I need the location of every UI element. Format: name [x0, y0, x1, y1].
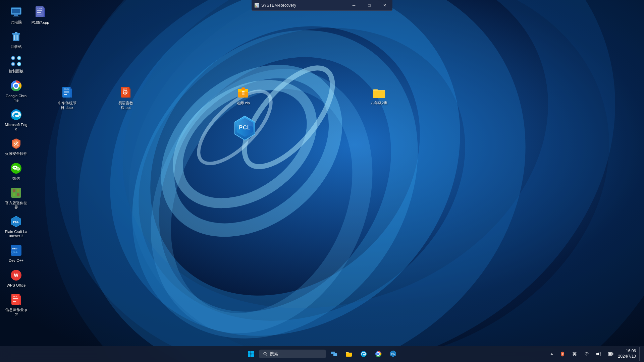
- svg-text:PDF: PDF: [13, 296, 17, 298]
- devcpp-label: Dev-C++: [9, 258, 23, 263]
- search-icon: [263, 352, 268, 356]
- svg-rect-72: [64, 91, 69, 92]
- desktop-icon-google-chrome[interactable]: Google Chrome: [3, 77, 29, 105]
- ppt-file-icon: PPT: [119, 86, 132, 99]
- svg-rect-66: [37, 12, 41, 13]
- desktop-icon-microsoft-edge[interactable]: Microsoft Edge: [3, 106, 29, 133]
- desktop-icon-minecraft[interactable]: 官方版迷你世界: [3, 184, 29, 212]
- taskbar-chrome-button[interactable]: [372, 347, 385, 361]
- svg-rect-17: [15, 32, 17, 34]
- folder-label: 八年级2班: [371, 101, 387, 105]
- system-tray: 火 英: [548, 347, 641, 361]
- antivirus-tray-icon[interactable]: 火: [558, 349, 567, 359]
- wifi-tray-icon[interactable]: [582, 349, 591, 359]
- search-placeholder: 搜索: [270, 351, 278, 357]
- svg-rect-116: [612, 354, 613, 355]
- svg-rect-64: [44, 8, 45, 17]
- language-indicator[interactable]: 英: [570, 349, 579, 359]
- docx-file-icon: DOCX: [60, 86, 74, 99]
- desktop-icon-control-panel[interactable]: 控制面板: [3, 52, 29, 75]
- show-desktop-button[interactable]: [639, 347, 641, 361]
- desktop-icon-zip[interactable]: 老师.zip: [230, 84, 257, 107]
- desktop-icon-360-security[interactable]: 火 火绒安全软件: [3, 135, 29, 158]
- desktop-icon-pdf[interactable]: PDF 信息课作业.pdf: [3, 291, 29, 318]
- window-title-area: 📊 SYSTEM-Recovery: [252, 3, 346, 8]
- desktop-icon-cpp[interactable]: CPP P1057.cpp: [27, 3, 54, 27]
- this-pc-icon: [9, 5, 23, 19]
- svg-marker-56: [19, 294, 21, 296]
- battery-tray-icon[interactable]: [606, 349, 615, 359]
- svg-marker-77: [129, 87, 130, 89]
- close-button[interactable]: ✕: [377, 0, 392, 11]
- pdf-label: 信息课作业.pdf: [5, 308, 28, 316]
- desktop-wallpaper: [0, 0, 644, 362]
- minecraft-icon: [9, 186, 23, 199]
- clock-display[interactable]: 16:06 2024/7/10: [618, 349, 636, 359]
- file-explorer-button[interactable]: [342, 347, 356, 361]
- desktop-icon-pcl-center[interactable]: PCL: [231, 114, 258, 146]
- desktop-icon-docx[interactable]: DOCX 中华传统节日.docx: [54, 84, 80, 112]
- desktop-icon-ppt[interactable]: PPT 易语言教程.ppt: [112, 84, 139, 112]
- svg-rect-67: [37, 14, 42, 14]
- svg-rect-12: [12, 9, 20, 13]
- wechat-label: 微信: [12, 176, 20, 181]
- date-text: 2024/7/10: [618, 354, 636, 359]
- desktop-icon-recycle-bin[interactable]: 回收站: [3, 28, 29, 51]
- svg-rect-57: [19, 296, 21, 305]
- svg-text:PPT: PPT: [123, 88, 127, 90]
- start-button[interactable]: [244, 347, 258, 361]
- svg-point-39: [17, 168, 18, 169]
- svg-rect-117: [608, 353, 611, 355]
- desktop-icon-folder[interactable]: 八年级2班: [366, 84, 392, 107]
- svg-text:PCL: PCL: [13, 220, 19, 224]
- volume-tray-icon[interactable]: [594, 349, 603, 359]
- docx-file-label: 中华传统节日.docx: [55, 101, 79, 110]
- svg-rect-74: [64, 94, 67, 95]
- pdf-icon: PDF: [9, 293, 23, 306]
- svg-rect-97: [248, 354, 251, 357]
- taskbar: 搜索: [0, 346, 644, 362]
- language-label: 英: [573, 351, 577, 357]
- svg-rect-85: [241, 87, 245, 90]
- desktop-icon-wps[interactable]: W WPS Office: [3, 266, 29, 290]
- minimize-button[interactable]: ─: [346, 0, 362, 11]
- control-panel-label: 控制面板: [9, 69, 23, 73]
- svg-point-27: [12, 63, 14, 65]
- desktop-icon-devcpp[interactable]: DEV C++ Dev-C++: [3, 242, 29, 265]
- svg-point-36: [16, 167, 20, 171]
- svg-text:PCL: PCL: [391, 353, 395, 355]
- svg-rect-102: [333, 353, 337, 356]
- svg-rect-73: [64, 93, 69, 93]
- maximize-button[interactable]: □: [362, 0, 377, 11]
- svg-point-107: [377, 353, 380, 355]
- svg-rect-88: [242, 94, 245, 95]
- search-bar[interactable]: 搜索: [259, 350, 326, 358]
- svg-marker-63: [44, 6, 45, 8]
- taskbar-pcl-button[interactable]: PCL: [386, 347, 400, 361]
- time-text: 16:06: [618, 349, 636, 354]
- svg-point-37: [14, 167, 15, 168]
- desktop-icon-pcl[interactable]: PCL Plain Craft Launcher 2: [3, 213, 29, 240]
- huorong-label: 火绒安全软件: [5, 152, 27, 156]
- svg-marker-114: [598, 352, 599, 356]
- svg-rect-58: [13, 298, 18, 299]
- recycle-bin-label: 回收站: [11, 45, 22, 49]
- wps-icon: W: [9, 268, 23, 282]
- svg-text:火: 火: [13, 141, 19, 146]
- svg-point-38: [15, 167, 16, 168]
- svg-rect-95: [248, 351, 251, 354]
- task-view-button[interactable]: [327, 347, 341, 361]
- svg-text:W: W: [14, 273, 18, 278]
- desktop-icon-wechat[interactable]: 微信: [3, 160, 29, 183]
- desktop-icon-this-pc[interactable]: 此电脑: [3, 3, 29, 26]
- cpp-file-icon: CPP: [34, 5, 47, 19]
- svg-text:DOCX: DOCX: [64, 88, 69, 90]
- svg-rect-45: [17, 193, 19, 196]
- svg-rect-42: [13, 189, 15, 192]
- tray-expand-button[interactable]: [548, 349, 555, 359]
- taskbar-edge-button[interactable]: [357, 347, 370, 361]
- svg-point-40: [18, 168, 19, 169]
- zip-file-icon: [236, 86, 250, 99]
- svg-rect-43: [17, 189, 19, 192]
- desktop: 📊 SYSTEM-Recovery ─ □ ✕ 此电脑: [0, 0, 644, 362]
